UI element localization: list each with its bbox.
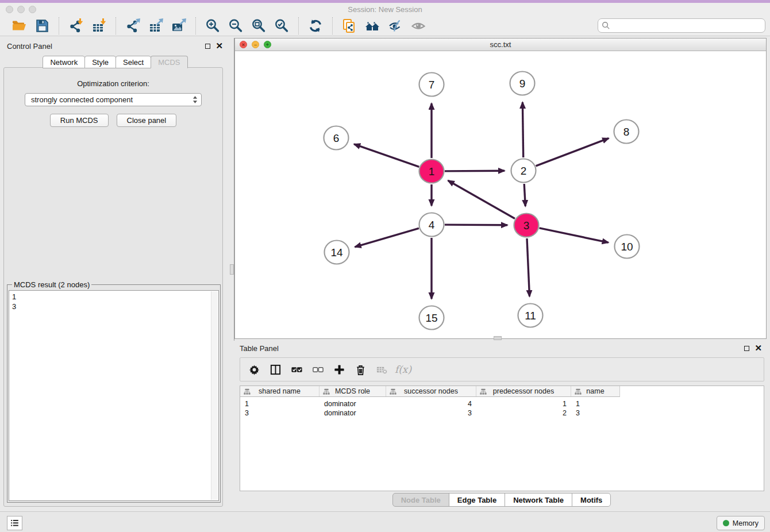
- mcds-result-area[interactable]: 13: [9, 290, 219, 501]
- import-network-button[interactable]: [64, 17, 87, 35]
- close-panel-icon[interactable]: ✕: [215, 43, 223, 49]
- table-row[interactable]: 1dominator411: [240, 399, 764, 408]
- export-network-button[interactable]: [121, 17, 144, 35]
- table-cell[interactable]: dominator: [319, 408, 386, 418]
- tab-network-table[interactable]: Network Table: [505, 493, 572, 507]
- search-box[interactable]: [598, 18, 765, 33]
- table-cell[interactable]: 3: [571, 408, 619, 418]
- tab-network[interactable]: Network: [43, 56, 85, 68]
- show-graphics-details-button[interactable]: [407, 17, 430, 35]
- close-panel-button[interactable]: Close panel: [117, 114, 177, 127]
- run-mcds-button[interactable]: Run MCDS: [50, 114, 109, 127]
- table-cell[interactable]: 3: [386, 408, 476, 418]
- refresh-layout-button[interactable]: [304, 17, 327, 35]
- close-table-panel-icon[interactable]: ✕: [754, 345, 762, 351]
- graph-edge-3-11[interactable]: [527, 238, 530, 296]
- graph-node-7[interactable]: 7: [419, 73, 444, 97]
- memory-button[interactable]: Memory: [717, 516, 765, 530]
- column-header-predecessor-nodes[interactable]: predecessor nodes: [476, 386, 571, 396]
- status-bar: Memory: [0, 511, 770, 532]
- column-header-successor-nodes[interactable]: successor nodes: [386, 386, 476, 396]
- settings-button[interactable]: [244, 360, 265, 379]
- column-header-name[interactable]: name: [571, 386, 619, 396]
- graph-node-label: 6: [333, 132, 340, 144]
- table-cell[interactable]: 2: [476, 408, 571, 418]
- tab-motifs[interactable]: Motifs: [572, 493, 611, 507]
- save-session-button[interactable]: [30, 17, 53, 35]
- hide-graphics-details-button[interactable]: [384, 17, 407, 35]
- graph-edge-3-1[interactable]: [448, 180, 515, 218]
- export-table-button[interactable]: [144, 17, 167, 35]
- clone-network-button[interactable]: [338, 17, 361, 35]
- table-cell[interactable]: 1: [476, 399, 571, 408]
- minimize-view-icon[interactable]: –: [252, 41, 259, 48]
- graph-node-11[interactable]: 11: [518, 304, 543, 327]
- column-header-shared-name[interactable]: shared name: [240, 386, 319, 396]
- tab-node-table[interactable]: Node Table: [392, 493, 449, 507]
- criterion-dropdown[interactable]: strongly connected component: [25, 93, 202, 106]
- column-header-MCDS-role[interactable]: MCDS role: [319, 386, 386, 396]
- split-view-button[interactable]: [265, 360, 286, 379]
- maximize-view-icon[interactable]: +: [264, 41, 271, 48]
- graph-edge-2-9[interactable]: [522, 102, 523, 157]
- table-row[interactable]: 3dominator323: [240, 408, 764, 418]
- graph-node-14[interactable]: 14: [325, 241, 349, 264]
- graph-edge-2-3[interactable]: [524, 184, 525, 206]
- tab-mcds[interactable]: MCDS: [151, 56, 187, 68]
- graph-node-3[interactable]: 3: [514, 214, 539, 237]
- graph-edge-1-2[interactable]: [445, 171, 505, 171]
- table-cell[interactable]: 4: [386, 399, 476, 408]
- tab-edge-table[interactable]: Edge Table: [449, 493, 505, 507]
- search-input[interactable]: [613, 21, 761, 30]
- deselect-all-button[interactable]: [307, 360, 329, 379]
- graph-node-2[interactable]: 2: [511, 159, 536, 183]
- float-table-panel-icon[interactable]: [744, 346, 749, 351]
- zoom-selected-button[interactable]: [270, 17, 293, 35]
- table-cell[interactable]: 1: [571, 399, 619, 408]
- float-panel-icon[interactable]: [205, 44, 210, 49]
- network-canvas[interactable]: 7968124314101511: [235, 51, 766, 338]
- close-view-icon[interactable]: ×: [240, 41, 247, 48]
- graph-node-15[interactable]: 15: [419, 306, 444, 330]
- vertical-splitter-handle[interactable]: [230, 264, 234, 275]
- node-table[interactable]: shared nameMCDS rolesuccessor nodesprede…: [240, 385, 764, 491]
- graph-node-1[interactable]: 1: [419, 160, 444, 183]
- graph-edge-4-14[interactable]: [355, 228, 419, 246]
- zoom-window-button[interactable]: [29, 6, 36, 13]
- zoom-fit-button[interactable]: [247, 17, 270, 35]
- close-window-button[interactable]: [6, 6, 13, 13]
- minimize-window-button[interactable]: [17, 6, 25, 13]
- table-cell[interactable]: 1: [240, 399, 319, 408]
- zoom-out-button[interactable]: [224, 17, 247, 35]
- table-cell[interactable]: dominator: [319, 399, 386, 408]
- network-window-controls[interactable]: × – +: [240, 41, 271, 48]
- delete-row-button[interactable]: [350, 360, 371, 379]
- graph-node-9[interactable]: 9: [510, 72, 535, 95]
- table-cell[interactable]: 3: [240, 408, 319, 418]
- import-table-button[interactable]: [87, 17, 110, 35]
- add-row-button[interactable]: [329, 360, 350, 379]
- open-session-button[interactable]: [7, 17, 30, 35]
- network-canvas-container[interactable]: 7968124314101511: [235, 51, 766, 338]
- window-controls[interactable]: [6, 6, 36, 13]
- zoom-in-button[interactable]: [201, 17, 224, 35]
- home-view-button[interactable]: [361, 17, 384, 35]
- result-scrollbar[interactable]: [211, 291, 218, 500]
- column-header-label: predecessor nodes: [493, 387, 554, 395]
- tab-style[interactable]: Style: [84, 56, 116, 68]
- graph-node-10[interactable]: 10: [615, 235, 640, 259]
- graph-node-8[interactable]: 8: [614, 120, 639, 144]
- export-image-button[interactable]: [167, 17, 190, 35]
- network-window-titlebar[interactable]: × – + scc.txt: [235, 38, 766, 51]
- task-history-button[interactable]: [7, 516, 22, 530]
- graph-edge-2-8[interactable]: [536, 138, 609, 166]
- horizontal-splitter-handle[interactable]: [494, 336, 502, 340]
- graph-node-4[interactable]: 4: [419, 213, 444, 237]
- select-all-button[interactable]: [286, 360, 307, 379]
- graph-edge-4-3[interactable]: [445, 225, 507, 225]
- graph-node-6[interactable]: 6: [324, 126, 349, 150]
- graph-edge-1-6[interactable]: [354, 144, 419, 167]
- zoom-fit-icon: [251, 18, 267, 34]
- tab-select[interactable]: Select: [116, 56, 151, 68]
- graph-edge-3-10[interactable]: [540, 228, 609, 242]
